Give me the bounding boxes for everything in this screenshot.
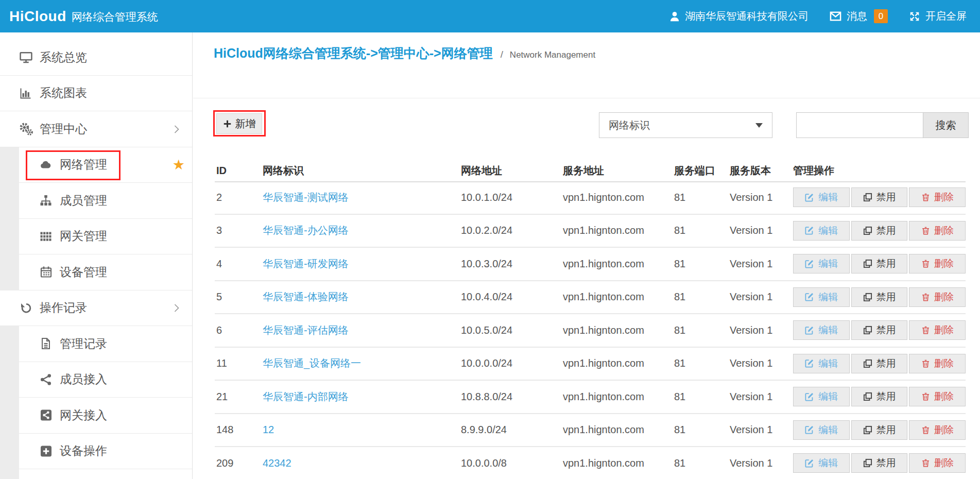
disable-button[interactable]: 禁用 — [851, 354, 908, 373]
delete-button[interactable]: 删除 — [909, 187, 966, 207]
search-button[interactable]: 搜索 — [923, 112, 969, 138]
network-link[interactable]: 华辰智通-研发网络 — [263, 258, 349, 269]
edit-button[interactable]: 编辑 — [793, 221, 850, 241]
sidebar-item-device-management[interactable]: 设备管理 — [0, 254, 192, 290]
action-label: 禁用 — [876, 224, 896, 237]
cell-service-version: Version 1 — [730, 391, 793, 403]
action-button-group: 编辑禁用删除 — [793, 187, 966, 207]
user-icon — [669, 11, 680, 22]
messages-menu[interactable]: 消息 0 — [829, 9, 888, 23]
messages-count-badge: 0 — [874, 9, 888, 23]
sidebar-item-label: 系统总览 — [40, 49, 87, 65]
action-label: 删除 — [934, 456, 954, 470]
disable-button[interactable]: 禁用 — [851, 453, 908, 473]
sidebar-item-label: 网络管理 — [60, 157, 107, 173]
sidebar-item-system-charts[interactable]: 系统图表 — [0, 76, 192, 112]
add-button[interactable]: 新增 — [216, 113, 262, 134]
chevron-right-icon — [171, 303, 182, 314]
network-link[interactable]: 华辰智通_设备网络一 — [263, 357, 361, 369]
delete-button[interactable]: 删除 — [909, 420, 966, 440]
edit-button[interactable]: 编辑 — [793, 387, 850, 406]
edit-icon — [804, 226, 814, 235]
delete-button[interactable]: 删除 — [909, 453, 966, 473]
history-icon — [18, 301, 34, 315]
sidebar-item-label: 系统图表 — [40, 85, 87, 101]
edit-button[interactable]: 编辑 — [793, 354, 850, 373]
action-label: 编辑 — [818, 456, 838, 470]
fullscreen-toggle[interactable]: 开启全屏 — [908, 9, 967, 23]
sidebar-item-operation-logs[interactable]: 操作记录 — [0, 290, 192, 327]
cell-actions: 编辑禁用删除 — [793, 221, 966, 241]
sidebar-item-gateway-management[interactable]: 网关管理 — [0, 219, 192, 255]
network-link[interactable]: 42342 — [263, 457, 291, 469]
cell-service-addr: vpn1.hignton.com — [563, 391, 674, 403]
add-button-label: 新增 — [235, 117, 256, 131]
sidebar-item-network-management[interactable]: 网络管理★ — [0, 147, 192, 183]
sidebar-item-system-overview[interactable]: 系统总览 — [0, 40, 192, 76]
network-link[interactable]: 华辰智通-体验网络 — [263, 291, 349, 302]
disable-button[interactable]: 禁用 — [851, 187, 908, 207]
trash-icon — [921, 359, 930, 368]
edit-button[interactable]: 编辑 — [793, 320, 850, 340]
network-link[interactable]: 华辰智通-内部网络 — [263, 391, 349, 402]
sidebar-item-admin-logs[interactable]: 管理记录 — [0, 326, 192, 362]
col-header-service-addr: 服务地址 — [563, 164, 674, 178]
disable-button[interactable]: 禁用 — [851, 254, 908, 273]
delete-button[interactable]: 删除 — [909, 287, 966, 307]
sidebar-item-admin-center[interactable]: 管理中心 — [0, 111, 192, 147]
chart-icon — [18, 86, 34, 100]
edit-button[interactable]: 编辑 — [793, 287, 850, 307]
table-row: 2华辰智通-测试网络10.0.1.0/24vpn1.hignton.com81V… — [215, 181, 966, 215]
cell-service-version: Version 1 — [730, 291, 793, 303]
share-icon — [38, 372, 54, 387]
network-link[interactable]: 华辰智通-办公网络 — [263, 225, 349, 236]
delete-button[interactable]: 删除 — [909, 387, 966, 406]
edit-icon — [804, 425, 814, 435]
disable-button[interactable]: 禁用 — [851, 420, 908, 440]
sidebar-item-label: 管理记录 — [60, 336, 107, 352]
edit-button[interactable]: 编辑 — [793, 453, 850, 473]
network-link[interactable]: 12 — [263, 424, 274, 435]
edit-icon — [804, 292, 814, 302]
delete-button[interactable]: 删除 — [909, 354, 966, 373]
cell-service-port: 81 — [674, 225, 730, 236]
sidebar-item-member-access[interactable]: 成员接入 — [0, 362, 192, 398]
action-label: 删除 — [934, 423, 954, 437]
edit-button[interactable]: 编辑 — [793, 187, 850, 207]
cell-service-addr: vpn1.hignton.com — [563, 324, 674, 336]
chevron-right-icon — [171, 124, 182, 134]
delete-button[interactable]: 删除 — [909, 320, 966, 340]
sidebar-item-gateway-access[interactable]: 网关接入 — [0, 398, 192, 434]
action-label: 禁用 — [876, 323, 896, 337]
clone-icon — [863, 326, 872, 335]
action-label: 编辑 — [818, 290, 838, 304]
action-label: 编辑 — [818, 191, 838, 204]
disable-button[interactable]: 禁用 — [851, 287, 908, 307]
account-menu[interactable]: 湖南华辰智通科技有限公司 — [669, 9, 809, 23]
disable-button[interactable]: 禁用 — [851, 221, 908, 241]
network-link[interactable]: 华辰智通-测试网络 — [263, 192, 349, 203]
clone-icon — [863, 359, 872, 368]
action-label: 删除 — [934, 257, 954, 270]
table-row: 4华辰智通-研发网络10.0.3.0/24vpn1.hignton.com81V… — [215, 248, 966, 281]
cell-actions: 编辑禁用删除 — [793, 254, 966, 273]
sidebar-item-member-management[interactable]: 成员管理 — [0, 183, 192, 219]
delete-button[interactable]: 删除 — [909, 221, 966, 241]
cell-service-addr: vpn1.hignton.com — [563, 258, 674, 270]
search-input[interactable] — [796, 112, 923, 138]
disable-button[interactable]: 禁用 — [851, 320, 908, 340]
sidebar-item-device-operations[interactable]: 设备操作 — [0, 434, 192, 470]
action-label: 编辑 — [818, 357, 838, 370]
cell-service-version: Version 1 — [730, 324, 793, 336]
disable-button[interactable]: 禁用 — [851, 387, 908, 406]
trash-icon — [921, 458, 930, 468]
edit-button[interactable]: 编辑 — [793, 254, 850, 273]
edit-button[interactable]: 编辑 — [793, 420, 850, 440]
cell-service-addr: vpn1.hignton.com — [563, 357, 674, 369]
network-link[interactable]: 华辰智通-评估网络 — [263, 324, 349, 336]
sidebar-item-label: 设备管理 — [60, 264, 107, 280]
action-label: 编辑 — [818, 257, 838, 270]
filter-dropdown[interactable]: 网络标识 — [599, 112, 772, 138]
delete-button[interactable]: 删除 — [909, 254, 966, 273]
col-header-service-port: 服务端口 — [674, 164, 730, 178]
